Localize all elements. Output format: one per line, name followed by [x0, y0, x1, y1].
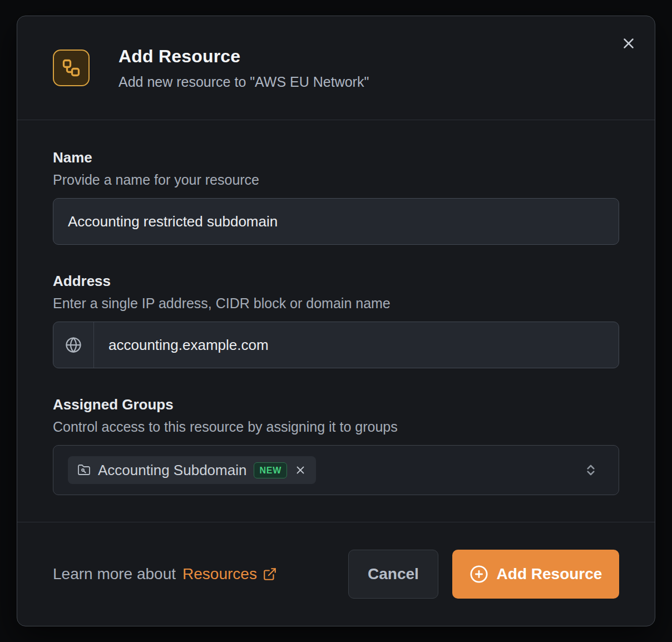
- name-input[interactable]: [53, 198, 619, 245]
- address-field: [53, 322, 619, 368]
- group-chip-label: Accounting Subdomain: [98, 462, 246, 479]
- dialog-title: Add Resource: [118, 46, 369, 67]
- learn-more-text: Learn more about Resources: [53, 565, 277, 583]
- address-prefix: [53, 322, 94, 368]
- close-button[interactable]: [617, 32, 640, 55]
- dialog-subtitle: Add new resource to "AWS EU Network": [118, 74, 369, 90]
- resources-link[interactable]: Resources: [182, 565, 277, 583]
- name-section: Name Provide a name for your resource: [53, 149, 619, 245]
- address-description: Enter a single IP address, CIDR block or…: [53, 295, 619, 312]
- groups-select[interactable]: Accounting Subdomain NEW: [53, 445, 619, 495]
- dialog-header-text: Add Resource Add new resource to "AWS EU…: [118, 46, 369, 90]
- workflow-icon: [61, 58, 81, 78]
- group-chip-remove-button[interactable]: [294, 464, 307, 476]
- dialog-header: Add Resource Add new resource to "AWS EU…: [17, 16, 655, 120]
- address-section: Address Enter a single IP address, CIDR …: [53, 273, 619, 368]
- add-resource-dialog: Add Resource Add new resource to "AWS EU…: [17, 16, 655, 626]
- group-chip: Accounting Subdomain NEW: [68, 456, 316, 484]
- resources-link-label: Resources: [182, 565, 257, 583]
- resource-icon-tile: [53, 50, 90, 86]
- external-link-icon: [263, 567, 277, 581]
- close-icon: [620, 35, 637, 52]
- dialog-footer: Learn more about Resources Cancel: [17, 522, 655, 626]
- cancel-button[interactable]: Cancel: [348, 550, 438, 599]
- address-label: Address: [53, 273, 619, 290]
- groups-description: Control access to this resource by assig…: [53, 419, 619, 435]
- name-description: Provide a name for your resource: [53, 172, 619, 188]
- groups-section: Assigned Groups Control access to this r…: [53, 396, 619, 495]
- name-label: Name: [53, 149, 619, 166]
- globe-icon: [65, 337, 82, 353]
- add-resource-button[interactable]: Add Resource: [452, 550, 619, 599]
- group-new-badge: NEW: [254, 462, 287, 478]
- chevrons-up-down-icon[interactable]: [582, 461, 600, 479]
- circle-plus-icon: [470, 565, 488, 584]
- add-resource-button-label: Add Resource: [497, 565, 602, 583]
- dialog-body: Name Provide a name for your resource Ad…: [17, 120, 655, 522]
- learn-more-prefix: Learn more about: [53, 565, 176, 583]
- address-input[interactable]: [94, 322, 619, 368]
- close-icon: [294, 464, 307, 476]
- folder-network-icon: [77, 463, 91, 477]
- groups-label: Assigned Groups: [53, 396, 619, 413]
